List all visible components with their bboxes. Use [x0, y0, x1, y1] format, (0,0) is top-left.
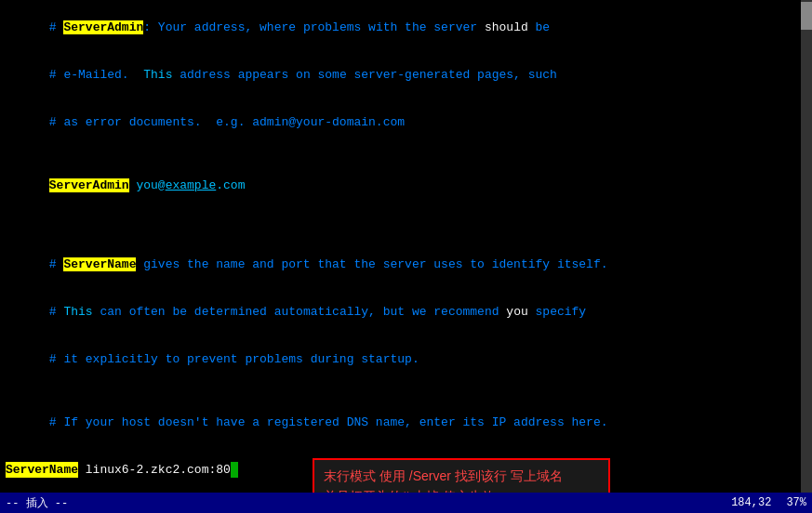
- line-1: # ServerAdmin: Your address, where probl…: [6, 4, 806, 51]
- server-name-value: linux6-2.zkc2.com:80: [78, 462, 231, 478]
- editor-container: # ServerAdmin: Your address, where probl…: [0, 0, 812, 493]
- line-5: ServerAdmin you@example.com: [6, 162, 806, 209]
- status-mode: -- 插入 --: [6, 495, 731, 511]
- status-right: 184,32 37%: [731, 496, 806, 509]
- annotation-tooltip: 末行模式 使用 /Server 找到该行 写上域名并且把开头的# 去掉 使之生效: [313, 458, 610, 493]
- cursor: [231, 462, 238, 478]
- line-7: [6, 225, 806, 241]
- insert-mode-label: -- 插入 --: [6, 497, 68, 510]
- server-name-keyword: ServerName: [6, 462, 78, 478]
- text-editor[interactable]: # ServerAdmin: Your address, where probl…: [0, 0, 812, 493]
- line-8: # ServerName gives the name and port tha…: [6, 241, 806, 288]
- line-2: # e-Mailed. This address appears on some…: [6, 51, 806, 99]
- scrollbar-thumb[interactable]: [801, 2, 812, 30]
- line-10: # it explicitly to prevent problems duri…: [6, 335, 806, 383]
- line-12: # If your host doesn't have a registered…: [6, 399, 806, 446]
- status-bar: -- 插入 -- 184,32 37%: [0, 493, 812, 513]
- line-3: # as error documents. e.g. admin@your-do…: [6, 99, 806, 146]
- line-14-servername: ServerName linux6-2.zkc2.com:80 末行模式 使用 …: [6, 462, 806, 478]
- line-11: [6, 383, 806, 399]
- line-4: [6, 146, 806, 162]
- scroll-percent: 37%: [786, 496, 806, 509]
- cursor-position: 184,32: [731, 496, 771, 509]
- line-9: # This can often be determined automatic…: [6, 288, 806, 335]
- scrollbar-track[interactable]: [801, 0, 812, 493]
- line-6: [6, 209, 806, 225]
